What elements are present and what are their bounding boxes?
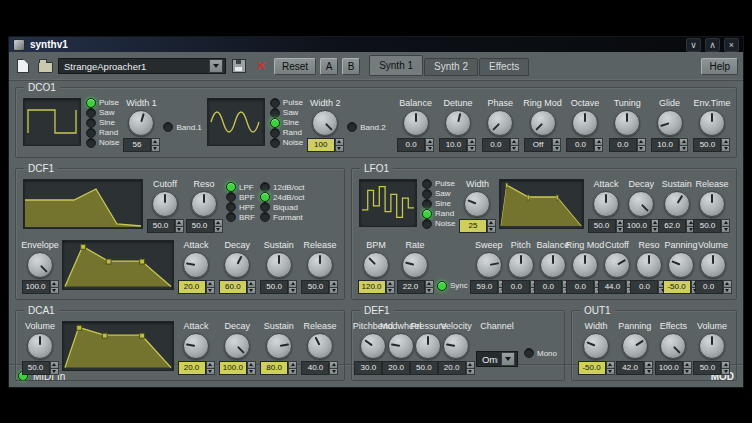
out1-panning-knob[interactable] bbox=[622, 333, 648, 359]
dcf1-slope-12db-oct-radio[interactable]: 12dB/oct bbox=[260, 183, 305, 192]
dco1-width-2-knob[interactable] bbox=[312, 110, 338, 136]
dca1-volume-spin-up[interactable] bbox=[50, 361, 59, 369]
lfo1-release-value[interactable]: 50.0 bbox=[693, 219, 721, 233]
dco1-glide-spin-down[interactable] bbox=[679, 146, 688, 153]
dco1-balance-knob[interactable] bbox=[403, 110, 429, 136]
lfo1-attack-knob[interactable] bbox=[593, 191, 619, 217]
dcf1-cutoff-knob[interactable] bbox=[152, 191, 178, 217]
lfo1-pitch-value[interactable]: 0.0 bbox=[502, 280, 530, 294]
dcf1-filter-display[interactable] bbox=[23, 179, 143, 229]
def1-velocity-knob[interactable] bbox=[443, 333, 469, 359]
dcf1-cutoff-spin-down[interactable] bbox=[175, 227, 184, 234]
minimize-button[interactable]: ∨ bbox=[686, 38, 701, 52]
dcf1-envelope-display[interactable] bbox=[62, 240, 174, 290]
lfo1-release-knob[interactable] bbox=[699, 191, 725, 217]
lfo1-volume-knob[interactable] bbox=[700, 252, 726, 278]
new-preset-button[interactable] bbox=[14, 57, 32, 75]
lfo1-volume-spin-down[interactable] bbox=[723, 288, 732, 295]
def1-velocity-spin-down[interactable] bbox=[466, 369, 475, 376]
dcf1-cutoff-spin-up[interactable] bbox=[175, 219, 184, 227]
lfo1-rate-spin-down[interactable] bbox=[425, 288, 434, 295]
dco1-wave2-noise-radio[interactable]: Noise bbox=[270, 138, 303, 147]
tab-effects[interactable]: Effects bbox=[479, 58, 529, 76]
lfo1-sustain-value[interactable]: 62.0 bbox=[658, 219, 686, 233]
out1-volume-value[interactable]: 50.0 bbox=[693, 361, 721, 375]
dcf1-decay-knob[interactable] bbox=[224, 252, 250, 278]
lfo1-reso-knob[interactable] bbox=[636, 252, 662, 278]
dco1-wave1-display[interactable] bbox=[23, 98, 81, 146]
lfo1-rand-radio[interactable]: Rand bbox=[422, 209, 455, 218]
dcf1-reso-spin-up[interactable] bbox=[214, 219, 223, 227]
lfo1-bpm-knob[interactable] bbox=[363, 252, 389, 278]
dca1-release-knob[interactable] bbox=[307, 333, 333, 359]
open-preset-button[interactable] bbox=[36, 57, 54, 75]
dco1-tuning-value[interactable]: 0.0 bbox=[609, 138, 637, 152]
dcf1-envelope-spin-up[interactable] bbox=[50, 280, 59, 288]
dco1-wave2-rand-radio[interactable]: Rand bbox=[270, 128, 303, 137]
def1-channel-arrow-icon[interactable] bbox=[501, 352, 515, 366]
lfo1-reso-value[interactable]: 0.0 bbox=[630, 280, 658, 294]
dca1-release-spin-down[interactable] bbox=[329, 369, 338, 376]
tab-synth1[interactable]: Synth 1 bbox=[369, 55, 423, 76]
dcf1-release-knob[interactable] bbox=[307, 252, 333, 278]
dco1-detune-value[interactable]: 10.0 bbox=[439, 138, 467, 152]
dco1-ring-mod-spin-up[interactable] bbox=[552, 138, 561, 146]
dco1-width-1-value[interactable]: 56 bbox=[123, 138, 151, 152]
dco1-wave2-saw-radio[interactable]: Saw bbox=[270, 108, 303, 117]
dcf1-sustain-spin-down[interactable] bbox=[288, 288, 297, 295]
dcf1-sustain-spin-up[interactable] bbox=[288, 280, 297, 288]
lfo1-decay-value[interactable]: 100.0 bbox=[623, 219, 651, 233]
lfo1-cutoff-knob[interactable] bbox=[604, 252, 630, 278]
dco1-octave-spin-down[interactable] bbox=[594, 146, 603, 153]
out1-panning-spin-down[interactable] bbox=[644, 369, 653, 376]
dcf1-release-spin-down[interactable] bbox=[329, 288, 338, 295]
dca1-envelope-display[interactable] bbox=[62, 321, 174, 371]
lfo1-rate-value[interactable]: 22.0 bbox=[397, 280, 425, 294]
dco1-wave1-rand-radio[interactable]: Rand bbox=[86, 128, 119, 137]
dca1-volume-knob[interactable] bbox=[27, 333, 53, 359]
out1-volume-knob[interactable] bbox=[699, 333, 725, 359]
dcf1-envelope-value[interactable]: 100.0 bbox=[22, 280, 50, 294]
def1-modwheel-value[interactable]: 20.0 bbox=[382, 361, 410, 375]
dco1-phase-spin-up[interactable] bbox=[510, 138, 519, 146]
lfo1-ring-mod-value[interactable]: 0.0 bbox=[566, 280, 594, 294]
reset-button[interactable]: Reset bbox=[274, 58, 316, 75]
lfo1-ring-mod-knob[interactable] bbox=[572, 252, 598, 278]
lfo1-panning-knob[interactable] bbox=[668, 252, 694, 278]
compare-a-button[interactable]: A bbox=[320, 58, 338, 75]
titlebar[interactable]: synthv1 ∨ ∧ × bbox=[9, 37, 743, 52]
dco1-wave1-noise-radio[interactable]: Noise bbox=[86, 138, 119, 147]
dco1-detune-spin-up[interactable] bbox=[467, 138, 476, 146]
dco1-phase-spin-down[interactable] bbox=[510, 146, 519, 153]
dco1-tuning-spin-up[interactable] bbox=[637, 138, 646, 146]
dcf1-attack-spin-up[interactable] bbox=[206, 280, 215, 288]
dcf1-type-hpf-radio[interactable]: HPF bbox=[226, 203, 255, 212]
lfo1-rate-knob[interactable] bbox=[402, 252, 428, 278]
lfo1-panning-value[interactable]: -50.0 bbox=[663, 280, 691, 294]
def1-channel-combo[interactable]: Omn bbox=[476, 351, 518, 367]
lfo1-rate-spin-up[interactable] bbox=[425, 280, 434, 288]
dco1-width-2-spin-down[interactable] bbox=[335, 146, 344, 153]
dco1-ring-mod-value[interactable]: Off bbox=[524, 138, 552, 152]
dco1-phase-value[interactable]: 0.0 bbox=[482, 138, 510, 152]
lfo1-balance-value[interactable]: 0.0 bbox=[534, 280, 562, 294]
dco1-band-2-radio[interactable]: Band.2 bbox=[347, 123, 385, 132]
dco1-balance-spin-up[interactable] bbox=[425, 138, 434, 146]
lfo1-width-spin-up[interactable] bbox=[487, 219, 496, 227]
lfo1-width-spin-down[interactable] bbox=[487, 227, 496, 234]
dco1-band-1-radio[interactable]: Band.1 bbox=[163, 123, 201, 132]
dcf1-reso-spin-down[interactable] bbox=[214, 227, 223, 234]
dca1-decay-spin-down[interactable] bbox=[247, 369, 256, 376]
dco1-ring-mod-spin-down[interactable] bbox=[552, 146, 561, 153]
maximize-button[interactable]: ∧ bbox=[705, 38, 720, 52]
lfo1-attack-value[interactable]: 50.0 bbox=[588, 219, 616, 233]
dco1-detune-knob[interactable] bbox=[445, 110, 471, 136]
dcf1-decay-spin-down[interactable] bbox=[247, 288, 256, 295]
dcf1-attack-value[interactable]: 20.0 bbox=[178, 280, 206, 294]
dca1-sustain-value[interactable]: 80.0 bbox=[260, 361, 288, 375]
dca1-release-spin-up[interactable] bbox=[329, 361, 338, 369]
dca1-volume-spin-down[interactable] bbox=[50, 369, 59, 376]
dca1-decay-spin-up[interactable] bbox=[247, 361, 256, 369]
compare-b-button[interactable]: B bbox=[342, 58, 360, 75]
dco1-wave1-sine-radio[interactable]: Sine bbox=[86, 118, 119, 127]
